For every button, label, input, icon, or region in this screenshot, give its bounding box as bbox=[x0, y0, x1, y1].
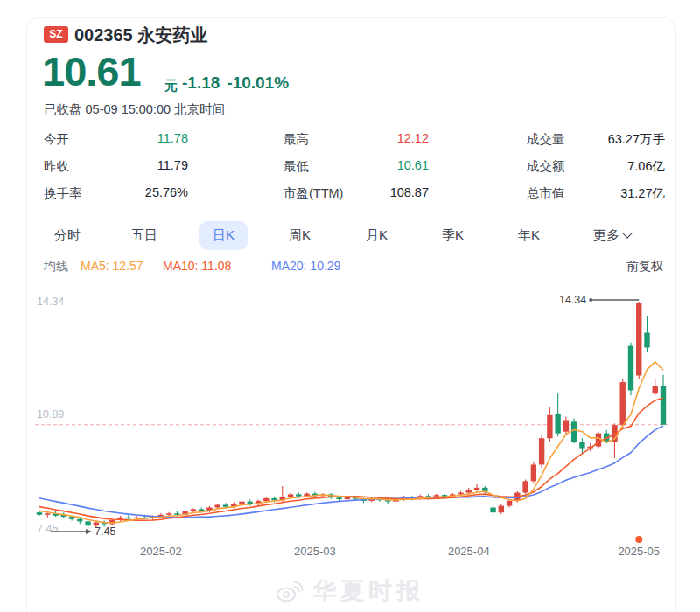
ma5-value: MA5: 12.57 bbox=[80, 259, 144, 273]
change-amount: -1.18 bbox=[182, 73, 220, 92]
y-axis-label: 7.45 bbox=[37, 523, 58, 535]
stat-label: 市盈(TTM) bbox=[284, 185, 343, 202]
stats-row: 今开11.78最高12.12成交量63.27万手 bbox=[0, 131, 700, 149]
exchange-badge: SZ bbox=[44, 26, 68, 43]
tab-季K[interactable]: 季K bbox=[442, 227, 464, 244]
x-axis-label: 2025-03 bbox=[294, 545, 336, 558]
stats-row: 昨收11.79最低10.61成交额7.06亿 bbox=[0, 158, 700, 176]
stat-value: 31.27亿 bbox=[620, 185, 665, 202]
stat-label: 成交量 bbox=[527, 131, 565, 148]
stat-value: 11.78 bbox=[158, 131, 188, 145]
tab-分时[interactable]: 分时 bbox=[54, 227, 80, 244]
watermark-text: 华夏时报 bbox=[312, 575, 424, 607]
stats-row: 换手率25.76%市盈(TTM)108.87总市值31.27亿 bbox=[0, 185, 700, 203]
ma-legend-prefix: 均线 bbox=[44, 259, 68, 275]
peak-annotation-dot bbox=[589, 298, 592, 302]
ma20-line bbox=[39, 426, 663, 518]
price-change: -1.18-10.01% bbox=[182, 73, 296, 93]
x-axis-label: 2025-02 bbox=[140, 545, 182, 558]
ma10-line bbox=[39, 398, 663, 520]
stat-label: 今开 bbox=[44, 131, 69, 148]
tab-更多[interactable]: 更多 bbox=[593, 227, 631, 244]
stat-label: 成交额 bbox=[527, 158, 565, 175]
stat-label: 昨收 bbox=[44, 158, 69, 175]
ma20-value: MA20: 10.29 bbox=[271, 259, 340, 273]
low-annotation-label: 7.45 bbox=[94, 525, 116, 538]
low-annotation-arrow bbox=[86, 529, 92, 534]
current-price: 10.61 bbox=[42, 47, 141, 95]
price-unit: 元 bbox=[164, 78, 178, 94]
adjust-mode-button[interactable]: 前复权 bbox=[626, 259, 663, 275]
ma10-value: MA10: 11.08 bbox=[163, 259, 231, 273]
tab-日K[interactable]: 日K bbox=[200, 221, 248, 250]
y-axis-label: 14.34 bbox=[37, 296, 64, 308]
stat-value: 10.61 bbox=[397, 158, 429, 172]
kline-chart[interactable]: 14.3410.897.4514.347.452025-022025-03202… bbox=[0, 287, 700, 562]
tab-五日[interactable]: 五日 bbox=[131, 227, 158, 244]
peak-annotation-label: 14.34 bbox=[559, 294, 586, 306]
stat-label: 总市值 bbox=[527, 185, 565, 202]
stat-value: 7.06亿 bbox=[627, 158, 665, 175]
stock-code-name: 002365 永安药业 bbox=[74, 24, 207, 47]
chevron-down-icon bbox=[622, 228, 632, 238]
weibo-icon bbox=[276, 579, 304, 603]
stat-label: 最高 bbox=[284, 131, 309, 148]
tab-周K[interactable]: 周K bbox=[289, 227, 311, 244]
ma5-line bbox=[39, 362, 663, 523]
stat-value: 12.12 bbox=[397, 131, 429, 145]
x-axis-label: 2025-04 bbox=[448, 545, 490, 558]
y-axis-label: 10.89 bbox=[37, 408, 64, 421]
stat-label: 最低 bbox=[284, 158, 309, 175]
tab-年K[interactable]: 年K bbox=[518, 227, 540, 244]
stat-value: 11.79 bbox=[158, 158, 188, 172]
stat-value: 63.27万手 bbox=[608, 131, 665, 148]
watermark: 华夏时报 bbox=[0, 575, 700, 607]
market-status: 已收盘 05-09 15:00:00 北京时间 bbox=[44, 101, 225, 118]
candles bbox=[37, 302, 666, 529]
x-axis-label: 2025-05 bbox=[618, 545, 660, 558]
tab-月K[interactable]: 月K bbox=[366, 227, 388, 244]
stat-value: 25.76% bbox=[145, 185, 188, 199]
stat-value: 108.87 bbox=[390, 185, 429, 199]
event-marker-dot[interactable] bbox=[635, 536, 642, 543]
stat-label: 换手率 bbox=[44, 185, 82, 202]
change-percent: -10.01% bbox=[227, 73, 289, 92]
